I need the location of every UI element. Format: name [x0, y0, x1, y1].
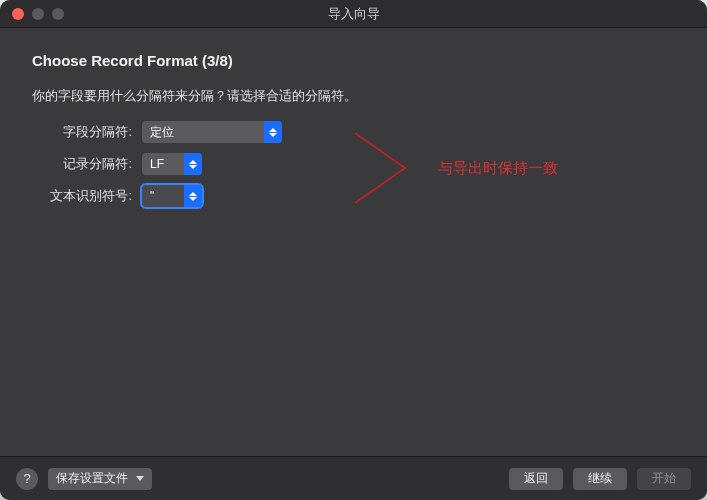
record-separator-label: 记录分隔符:	[32, 155, 142, 173]
page-title: Choose Record Format (3/8)	[32, 52, 675, 69]
dialog-window: 导入向导 Choose Record Format (3/8) 你的字段要用什么…	[0, 0, 707, 500]
record-separator-select[interactable]: LF	[142, 153, 202, 175]
footer: ? 保存设置文件 返回 继续 开始	[0, 456, 707, 500]
chevron-updown-icon	[184, 185, 202, 207]
instruction-text: 你的字段要用什么分隔符来分隔？请选择合适的分隔符。	[32, 87, 675, 105]
annotation-text: 与导出时保持一致	[438, 159, 558, 178]
maximize-icon[interactable]	[52, 8, 64, 20]
text-qualifier-select[interactable]: "	[142, 185, 202, 207]
field-separator-select[interactable]: 定位	[142, 121, 282, 143]
save-settings-label: 保存设置文件	[56, 470, 128, 487]
help-button[interactable]: ?	[16, 468, 38, 490]
chevron-updown-icon	[264, 121, 282, 143]
start-button: 开始	[637, 468, 691, 490]
annotation: 与导出时保持一致	[350, 128, 558, 208]
field-separator-value: 定位	[142, 124, 264, 141]
field-separator-label: 字段分隔符:	[32, 123, 142, 141]
text-qualifier-label: 文本识别符号:	[32, 187, 142, 205]
continue-button[interactable]: 继续	[573, 468, 627, 490]
titlebar: 导入向导	[0, 0, 707, 28]
traffic-lights	[0, 8, 64, 20]
record-separator-value: LF	[142, 157, 184, 171]
content-area: Choose Record Format (3/8) 你的字段要用什么分隔符来分…	[0, 28, 707, 456]
text-qualifier-value: "	[142, 189, 184, 203]
chevron-updown-icon	[184, 153, 202, 175]
save-settings-button[interactable]: 保存设置文件	[48, 468, 152, 490]
close-icon[interactable]	[12, 8, 24, 20]
back-button[interactable]: 返回	[509, 468, 563, 490]
window-title: 导入向导	[328, 5, 380, 23]
caret-down-icon	[136, 476, 144, 481]
annotation-arrow-icon	[350, 128, 430, 208]
minimize-icon[interactable]	[32, 8, 44, 20]
